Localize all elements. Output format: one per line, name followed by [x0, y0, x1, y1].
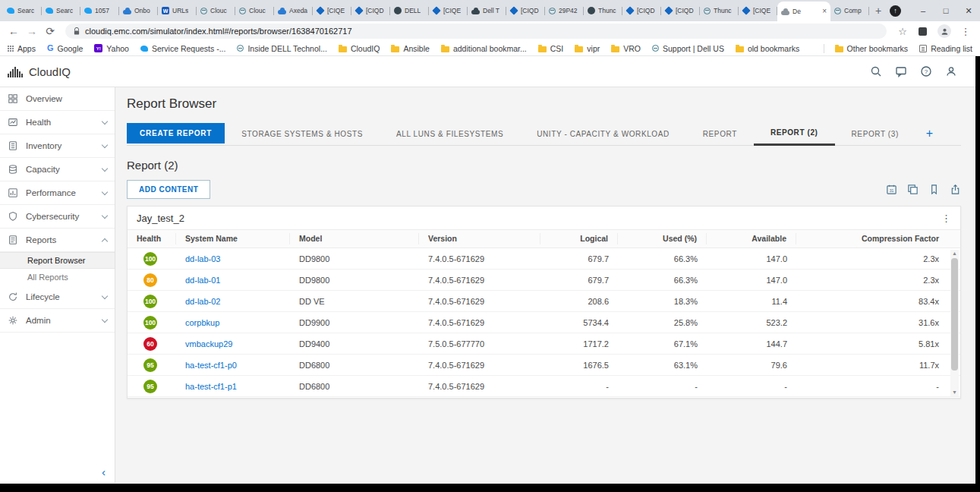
browser-tab[interactable]: Searc — [3, 0, 42, 21]
tab-close-icon[interactable]: × — [822, 8, 827, 15]
bookmark-item[interactable]: GGoogle — [47, 44, 83, 53]
card-menu-icon[interactable]: ⋮ — [941, 213, 951, 223]
bookmark-item[interactable]: VRO — [611, 44, 641, 53]
browser-tab[interactable]: Thunc — [700, 0, 739, 21]
browser-tab[interactable]: Axeda — [274, 0, 313, 21]
browser-tab[interactable]: Thunc — [584, 0, 622, 21]
browser-tab[interactable]: [CIQD — [622, 0, 661, 21]
bookmark-item[interactable]: Support | Dell US — [652, 44, 724, 53]
minimize-button[interactable]: – — [912, 0, 934, 21]
browser-tab[interactable]: Comp — [830, 0, 869, 21]
browser-tab[interactable]: DELL — [390, 0, 429, 21]
browser-tab[interactable]: Clouc — [235, 0, 274, 21]
scroll-up-icon[interactable]: ▲ — [952, 250, 957, 257]
maximize-button[interactable]: □ — [934, 0, 957, 21]
col-available[interactable]: Available — [707, 233, 796, 244]
sidebar-item-overview[interactable]: Overview — [0, 87, 115, 111]
scroll-down-icon[interactable]: ▼ — [952, 389, 957, 396]
col-model[interactable]: Model — [290, 233, 419, 244]
sidebar-collapse-icon[interactable]: ‹ — [102, 465, 106, 478]
col-compression[interactable]: Compression Factor — [796, 233, 948, 244]
bookmark-item[interactable]: Inside DELL Technol... — [237, 44, 326, 53]
browser-tab[interactable]: Clouc — [197, 0, 235, 21]
browser-tab[interactable]: [CIQD — [506, 0, 545, 21]
browser-menu-icon[interactable]: ⋮ — [957, 26, 974, 37]
system-name-link[interactable]: dd-lab-02 — [185, 297, 220, 306]
reload-icon[interactable]: ⟳ — [43, 25, 58, 37]
bookmark-item[interactable]: CloudIQ — [339, 44, 380, 53]
scrollbar-thumb[interactable] — [951, 258, 958, 371]
browser-tab[interactable]: [CIQD — [661, 0, 700, 21]
search-icon[interactable] — [870, 65, 882, 77]
tab-report-3[interactable]: REPORT (3) — [835, 123, 915, 145]
create-report-button[interactable]: CREATE REPORT — [127, 123, 225, 144]
sidebar-item-report-browser[interactable]: Report Browser — [0, 252, 115, 269]
browser-tab[interactable]: 29P42 — [545, 0, 584, 21]
bookmark-item[interactable]: CSI — [538, 44, 564, 53]
address-bar[interactable]: cloudiq.emc.com/simulator/index.html#/re… — [65, 24, 887, 39]
bookmark-item[interactable]: Ansible — [391, 44, 429, 53]
sidebar-item-lifecycle[interactable]: Lifecycle — [0, 285, 115, 309]
col-system-name[interactable]: System Name — [176, 233, 290, 244]
system-name-link[interactable]: vmbackup29 — [185, 339, 232, 348]
extensions-icon[interactable] — [919, 27, 927, 36]
bookmark-item[interactable]: old bookmarks — [736, 44, 799, 53]
bookmark-star-icon[interactable]: ☆ — [894, 26, 911, 37]
add-content-button[interactable]: ADD CONTENT — [127, 180, 210, 199]
other-bookmarks[interactable]: Other bookmarks — [835, 44, 909, 53]
tab-storage-systems-hosts[interactable]: STORAGE SYSTEMS & HOSTS — [225, 123, 380, 145]
browser-tab[interactable]: [CIQE — [313, 0, 351, 21]
table-scrollbar[interactable]: ▲ ▼ — [950, 250, 959, 396]
forward-icon[interactable]: → — [24, 25, 39, 37]
tab-report[interactable]: REPORT — [686, 123, 754, 145]
tab-report-2[interactable]: REPORT (2) — [754, 121, 835, 146]
bookmark-item[interactable]: vipr — [575, 44, 600, 53]
system-name-link[interactable]: ha-test-cf1-p1 — [185, 382, 237, 391]
bookmark-item[interactable]: Service Requests -... — [140, 44, 225, 53]
browser-tab[interactable]: [CIQE — [429, 0, 468, 21]
browser-tab[interactable]: [CIQE — [739, 0, 777, 21]
help-icon[interactable]: ? — [920, 65, 932, 77]
close-button[interactable]: ✕ — [957, 0, 980, 21]
sidebar-item-all-reports[interactable]: All Reports — [0, 269, 115, 285]
col-used[interactable]: Used (%) — [618, 233, 707, 244]
feedback-icon[interactable] — [895, 65, 907, 77]
tab-all-luns-filesystems[interactable]: ALL LUNS & FILESYSTEMS — [380, 123, 520, 145]
col-version[interactable]: Version — [419, 233, 540, 244]
browser-update-icon[interactable]: ↑ — [890, 5, 901, 17]
browser-tab[interactable]: WURLs — [158, 0, 197, 21]
bookmark-icon[interactable] — [928, 184, 940, 195]
system-name-link[interactable]: corpbkup — [185, 318, 219, 327]
browser-tab[interactable]: 1057 — [80, 0, 119, 21]
sidebar-item-performance[interactable]: Performance — [0, 181, 115, 205]
new-tab-icon[interactable]: + — [869, 2, 887, 20]
browser-tab[interactable]: [CIQD — [351, 0, 390, 21]
user-icon[interactable] — [945, 65, 957, 77]
add-report-tab-icon[interactable]: + — [915, 127, 944, 140]
sidebar-item-admin[interactable]: Admin — [0, 309, 115, 333]
sidebar-item-health[interactable]: Health — [0, 111, 115, 134]
sidebar-item-cybersecurity[interactable]: Cybersecurity — [0, 205, 115, 229]
col-health[interactable]: Health — [128, 233, 176, 244]
system-name-link[interactable]: ha-test-cf1-p0 — [185, 361, 237, 370]
bookmark-item[interactable]: Apps — [8, 44, 36, 53]
browser-tab[interactable]: Searc — [42, 0, 80, 21]
bookmark-item[interactable]: Y!Yahoo — [94, 44, 129, 53]
reading-list[interactable]: Reading list — [919, 44, 972, 53]
tab-unity-capacity-workload[interactable]: UNITY - CAPACITY & WORKLOAD — [520, 123, 686, 145]
system-name-link[interactable]: dd-lab-01 — [185, 276, 220, 285]
export-icon[interactable] — [950, 184, 961, 195]
sidebar-item-inventory[interactable]: Inventory — [0, 134, 115, 158]
bookmark-item[interactable]: additional bookmar... — [441, 44, 527, 53]
sidebar-item-reports[interactable]: Reports — [0, 229, 115, 252]
browser-tab[interactable]: Onbo — [119, 0, 158, 21]
browser-tab[interactable]: Dell T — [468, 0, 506, 21]
sidebar-item-capacity[interactable]: Capacity — [0, 158, 115, 181]
calendar-icon[interactable]: 31 — [886, 184, 897, 195]
profile-avatar[interactable] — [937, 24, 951, 38]
system-name-link[interactable]: dd-lab-03 — [185, 254, 220, 263]
back-icon[interactable]: ← — [6, 25, 21, 37]
col-logical[interactable]: Logical — [540, 233, 618, 244]
browser-tab-active[interactable]: De× — [777, 2, 830, 21]
duplicate-icon[interactable] — [907, 184, 919, 195]
